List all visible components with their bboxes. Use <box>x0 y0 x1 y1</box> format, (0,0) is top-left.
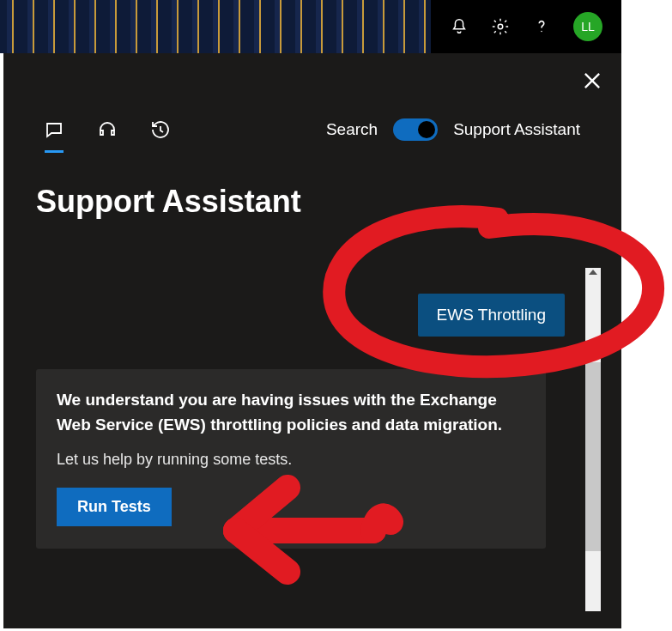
gear-icon[interactable] <box>491 17 510 36</box>
tab-history[interactable] <box>149 118 172 141</box>
assistant-message-card: We understand you are having issues with… <box>36 369 546 549</box>
app-topbar: LL <box>0 0 621 53</box>
user-message-chip: EWS Throttling <box>418 294 565 337</box>
help-icon[interactable] <box>532 17 551 36</box>
mode-search-label: Search <box>326 120 378 139</box>
assistant-headline: We understand you are having issues with… <box>57 388 525 437</box>
topbar-actions: LL <box>431 0 621 53</box>
support-panel: Search Support Assistant Support Assista… <box>3 53 621 628</box>
tab-headset[interactable] <box>96 118 118 141</box>
mode-toggle[interactable] <box>393 118 438 141</box>
mode-assistant-label: Support Assistant <box>453 120 580 139</box>
panel-tabs <box>43 118 172 141</box>
svg-point-1 <box>541 31 542 32</box>
panel-title: Support Assistant <box>36 184 301 220</box>
bell-icon[interactable] <box>450 17 469 36</box>
toggle-knob <box>418 121 435 138</box>
close-icon[interactable] <box>580 69 604 93</box>
scroll-thumb[interactable] <box>585 362 601 551</box>
topbar-banner-image <box>0 0 431 53</box>
run-tests-button[interactable]: Run Tests <box>57 488 172 526</box>
tab-chat[interactable] <box>43 118 65 141</box>
scrollbar[interactable] <box>585 268 601 611</box>
assistant-subline: Let us help by running some tests. <box>57 451 525 469</box>
svg-point-0 <box>498 24 503 29</box>
scroll-up-icon[interactable] <box>589 270 597 275</box>
mode-toggle-area: Search Support Assistant <box>326 118 580 141</box>
avatar[interactable]: LL <box>573 12 602 41</box>
